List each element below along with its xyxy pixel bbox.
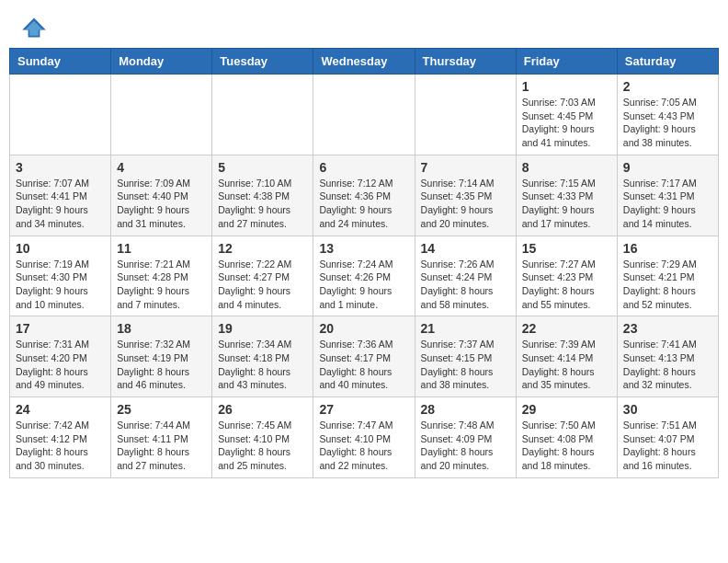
- day-number: 18: [117, 321, 206, 336]
- day-number: 21: [421, 321, 510, 336]
- day-number: 8: [522, 160, 611, 175]
- day-info: Sunrise: 7:39 AM Sunset: 4:14 PM Dayligh…: [522, 338, 611, 392]
- calendar-week-2: 3Sunrise: 7:07 AM Sunset: 4:41 PM Daylig…: [10, 155, 719, 236]
- day-number: 20: [319, 321, 408, 336]
- day-info: Sunrise: 7:12 AM Sunset: 4:36 PM Dayligh…: [319, 177, 408, 231]
- day-info: Sunrise: 7:21 AM Sunset: 4:28 PM Dayligh…: [117, 258, 206, 312]
- day-number: 6: [319, 160, 408, 175]
- day-info: Sunrise: 7:27 AM Sunset: 4:23 PM Dayligh…: [522, 258, 611, 312]
- day-number: 12: [218, 241, 307, 256]
- day-number: 10: [16, 241, 105, 256]
- day-info: Sunrise: 7:26 AM Sunset: 4:24 PM Dayligh…: [421, 258, 510, 312]
- calendar-cell: 14Sunrise: 7:26 AM Sunset: 4:24 PM Dayli…: [415, 236, 516, 316]
- day-number: 24: [16, 402, 105, 417]
- day-info: Sunrise: 7:50 AM Sunset: 4:08 PM Dayligh…: [522, 419, 611, 473]
- day-number: 11: [117, 241, 206, 256]
- day-number: 26: [218, 402, 307, 417]
- day-info: Sunrise: 7:17 AM Sunset: 4:31 PM Dayligh…: [623, 177, 712, 231]
- day-info: Sunrise: 7:19 AM Sunset: 4:30 PM Dayligh…: [16, 258, 105, 312]
- day-info: Sunrise: 7:29 AM Sunset: 4:21 PM Dayligh…: [623, 258, 712, 312]
- calendar-cell: 12Sunrise: 7:22 AM Sunset: 4:27 PM Dayli…: [212, 236, 313, 316]
- calendar-cell: 23Sunrise: 7:41 AM Sunset: 4:13 PM Dayli…: [617, 316, 718, 397]
- weekday-row: SundayMondayTuesdayWednesdayThursdayFrid…: [10, 49, 719, 75]
- calendar: SundayMondayTuesdayWednesdayThursdayFrid…: [0, 48, 728, 488]
- calendar-cell: 11Sunrise: 7:21 AM Sunset: 4:28 PM Dayli…: [111, 236, 212, 316]
- calendar-cell: [212, 75, 313, 155]
- calendar-cell: 24Sunrise: 7:42 AM Sunset: 4:12 PM Dayli…: [10, 397, 111, 478]
- day-number: 7: [421, 160, 510, 175]
- day-info: Sunrise: 7:45 AM Sunset: 4:10 PM Dayligh…: [218, 419, 307, 473]
- logo: [18, 17, 51, 39]
- day-info: Sunrise: 7:42 AM Sunset: 4:12 PM Dayligh…: [16, 419, 105, 473]
- day-number: 16: [623, 241, 712, 256]
- day-number: 22: [522, 321, 611, 336]
- calendar-cell: 19Sunrise: 7:34 AM Sunset: 4:18 PM Dayli…: [212, 316, 313, 397]
- day-info: Sunrise: 7:36 AM Sunset: 4:17 PM Dayligh…: [319, 338, 408, 392]
- calendar-week-3: 10Sunrise: 7:19 AM Sunset: 4:30 PM Dayli…: [10, 236, 719, 316]
- day-info: Sunrise: 7:31 AM Sunset: 4:20 PM Dayligh…: [16, 338, 105, 392]
- calendar-table: SundayMondayTuesdayWednesdayThursdayFrid…: [9, 48, 719, 478]
- weekday-header-sunday: Sunday: [10, 49, 111, 75]
- day-number: 17: [16, 321, 105, 336]
- calendar-cell: 26Sunrise: 7:45 AM Sunset: 4:10 PM Dayli…: [212, 397, 313, 478]
- calendar-header: SundayMondayTuesdayWednesdayThursdayFrid…: [10, 49, 719, 75]
- day-info: Sunrise: 7:22 AM Sunset: 4:27 PM Dayligh…: [218, 258, 307, 312]
- day-info: Sunrise: 7:09 AM Sunset: 4:40 PM Dayligh…: [117, 177, 206, 231]
- day-number: 2: [623, 79, 712, 94]
- calendar-cell: 18Sunrise: 7:32 AM Sunset: 4:19 PM Dayli…: [111, 316, 212, 397]
- calendar-cell: 3Sunrise: 7:07 AM Sunset: 4:41 PM Daylig…: [10, 155, 111, 236]
- calendar-cell: 16Sunrise: 7:29 AM Sunset: 4:21 PM Dayli…: [617, 236, 718, 316]
- calendar-cell: 27Sunrise: 7:47 AM Sunset: 4:10 PM Dayli…: [313, 397, 415, 478]
- day-number: 4: [117, 160, 206, 175]
- calendar-cell: 29Sunrise: 7:50 AM Sunset: 4:08 PM Dayli…: [516, 397, 617, 478]
- calendar-cell: 20Sunrise: 7:36 AM Sunset: 4:17 PM Dayli…: [313, 316, 415, 397]
- calendar-week-1: 1Sunrise: 7:03 AM Sunset: 4:45 PM Daylig…: [10, 75, 719, 155]
- day-info: Sunrise: 7:07 AM Sunset: 4:41 PM Dayligh…: [16, 177, 105, 231]
- page-header: [0, 0, 728, 48]
- svg-marker-1: [25, 21, 42, 36]
- calendar-cell: 6Sunrise: 7:12 AM Sunset: 4:36 PM Daylig…: [313, 155, 415, 236]
- day-number: 30: [623, 402, 712, 417]
- calendar-cell: 4Sunrise: 7:09 AM Sunset: 4:40 PM Daylig…: [111, 155, 212, 236]
- weekday-header-friday: Friday: [516, 49, 617, 75]
- calendar-cell: 2Sunrise: 7:05 AM Sunset: 4:43 PM Daylig…: [617, 75, 718, 155]
- day-info: Sunrise: 7:51 AM Sunset: 4:07 PM Dayligh…: [623, 419, 712, 473]
- day-info: Sunrise: 7:47 AM Sunset: 4:10 PM Dayligh…: [319, 419, 408, 473]
- calendar-cell: 28Sunrise: 7:48 AM Sunset: 4:09 PM Dayli…: [415, 397, 516, 478]
- calendar-cell: [415, 75, 516, 155]
- calendar-cell: 8Sunrise: 7:15 AM Sunset: 4:33 PM Daylig…: [516, 155, 617, 236]
- calendar-week-5: 24Sunrise: 7:42 AM Sunset: 4:12 PM Dayli…: [10, 397, 719, 478]
- day-number: 29: [522, 402, 611, 417]
- day-info: Sunrise: 7:10 AM Sunset: 4:38 PM Dayligh…: [218, 177, 307, 231]
- day-info: Sunrise: 7:15 AM Sunset: 4:33 PM Dayligh…: [522, 177, 611, 231]
- day-number: 1: [522, 79, 611, 94]
- day-number: 25: [117, 402, 206, 417]
- calendar-cell: 30Sunrise: 7:51 AM Sunset: 4:07 PM Dayli…: [617, 397, 718, 478]
- calendar-cell: 13Sunrise: 7:24 AM Sunset: 4:26 PM Dayli…: [313, 236, 415, 316]
- day-info: Sunrise: 7:05 AM Sunset: 4:43 PM Dayligh…: [623, 96, 712, 150]
- day-number: 13: [319, 241, 408, 256]
- day-number: 9: [623, 160, 712, 175]
- calendar-cell: 17Sunrise: 7:31 AM Sunset: 4:20 PM Dayli…: [10, 316, 111, 397]
- calendar-cell: 21Sunrise: 7:37 AM Sunset: 4:15 PM Dayli…: [415, 316, 516, 397]
- weekday-header-thursday: Thursday: [415, 49, 516, 75]
- calendar-cell: 1Sunrise: 7:03 AM Sunset: 4:45 PM Daylig…: [516, 75, 617, 155]
- day-info: Sunrise: 7:48 AM Sunset: 4:09 PM Dayligh…: [421, 419, 510, 473]
- calendar-week-4: 17Sunrise: 7:31 AM Sunset: 4:20 PM Dayli…: [10, 316, 719, 397]
- calendar-cell: 7Sunrise: 7:14 AM Sunset: 4:35 PM Daylig…: [415, 155, 516, 236]
- day-info: Sunrise: 7:32 AM Sunset: 4:19 PM Dayligh…: [117, 338, 206, 392]
- day-number: 14: [421, 241, 510, 256]
- day-number: 5: [218, 160, 307, 175]
- calendar-cell: 22Sunrise: 7:39 AM Sunset: 4:14 PM Dayli…: [516, 316, 617, 397]
- calendar-cell: 15Sunrise: 7:27 AM Sunset: 4:23 PM Dayli…: [516, 236, 617, 316]
- calendar-cell: 10Sunrise: 7:19 AM Sunset: 4:30 PM Dayli…: [10, 236, 111, 316]
- day-info: Sunrise: 7:37 AM Sunset: 4:15 PM Dayligh…: [421, 338, 510, 392]
- weekday-header-saturday: Saturday: [617, 49, 718, 75]
- calendar-cell: 9Sunrise: 7:17 AM Sunset: 4:31 PM Daylig…: [617, 155, 718, 236]
- calendar-cell: [10, 75, 111, 155]
- calendar-body: 1Sunrise: 7:03 AM Sunset: 4:45 PM Daylig…: [10, 75, 719, 478]
- day-info: Sunrise: 7:41 AM Sunset: 4:13 PM Dayligh…: [623, 338, 712, 392]
- day-number: 15: [522, 241, 611, 256]
- logo-icon: [20, 17, 48, 39]
- weekday-header-monday: Monday: [111, 49, 212, 75]
